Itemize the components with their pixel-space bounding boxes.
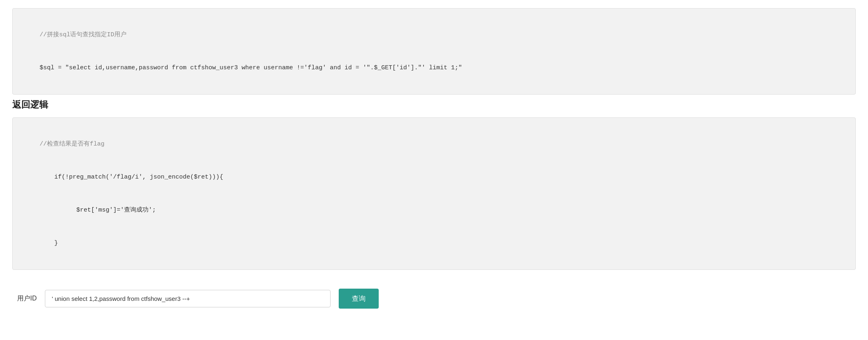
top-code-section: //拼接sql语句查找指定ID用户 $sql = "select id,user… [12, 8, 856, 95]
return-section-title: 返回逻辑 [12, 99, 856, 111]
query-button[interactable]: 查询 [339, 289, 379, 309]
query-input[interactable] [45, 290, 331, 307]
query-row: 用户ID 查询 [12, 282, 856, 315]
return-code-block: //检查结果是否有flag if(!preg_match('/flag/i', … [12, 117, 856, 270]
top-code-line: $sql = "select id,username,password from… [40, 64, 462, 71]
return-code-line-2: $ret['msg']='查询成功'; [40, 207, 156, 214]
return-comment: //检查结果是否有flag [40, 141, 104, 148]
return-section: 返回逻辑 //检查结果是否有flag if(!preg_match('/flag… [12, 99, 856, 270]
return-code-line-1: if(!preg_match('/flag/i', json_encode($r… [40, 174, 223, 181]
top-code-block: //拼接sql语句查找指定ID用户 $sql = "select id,user… [12, 8, 856, 95]
top-comment: //拼接sql语句查找指定ID用户 [40, 31, 127, 38]
return-code-line-3: } [40, 240, 58, 247]
query-label: 用户ID [12, 294, 37, 303]
